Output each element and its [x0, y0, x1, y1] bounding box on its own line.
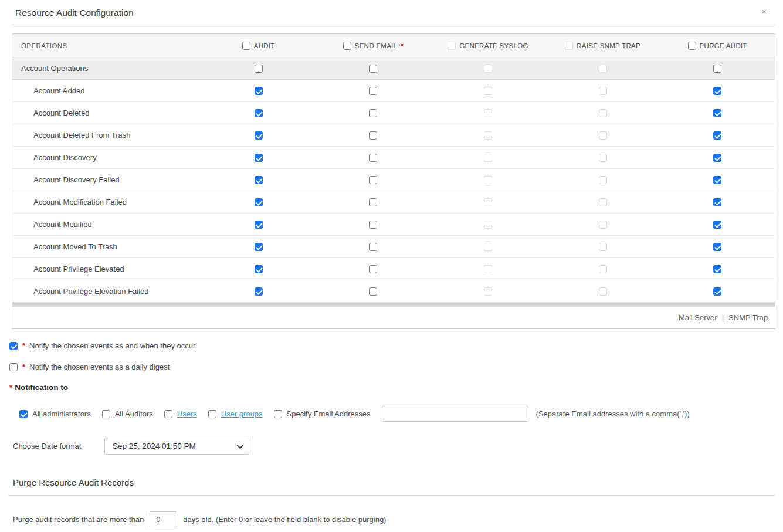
row-checkbox[interactable] [255, 65, 263, 73]
row-checkbox[interactable] [369, 176, 377, 184]
checkbox-cell [316, 265, 431, 273]
recipient-option[interactable]: User groups [208, 409, 263, 418]
date-format-select[interactable]: Sep 25, 2024 01:50 PM [104, 438, 249, 455]
checkbox-cell [316, 109, 431, 117]
row-checkbox[interactable] [369, 265, 377, 273]
notify-occur-label: Notify the chosen events as and when the… [29, 341, 195, 350]
row-checkbox[interactable] [599, 176, 607, 184]
column-select-all-checkbox[interactable] [448, 42, 456, 50]
checkbox-cell [316, 287, 431, 296]
row-checkbox[interactable] [484, 87, 492, 95]
row-checkbox[interactable] [255, 109, 263, 117]
recipient-checkbox[interactable] [208, 410, 216, 418]
row-checkbox[interactable] [484, 287, 492, 296]
row-checkbox[interactable] [599, 221, 607, 229]
column-select-all-checkbox[interactable] [688, 42, 696, 50]
column-operations-header: OPERATIONS [12, 42, 201, 49]
row-checkbox[interactable] [599, 287, 607, 296]
recipient-checkbox[interactable] [164, 410, 172, 418]
checkbox-cell [545, 287, 660, 296]
row-checkbox[interactable] [369, 243, 377, 251]
column-select-all-checkbox[interactable] [343, 42, 351, 50]
row-checkbox[interactable] [369, 287, 377, 296]
row-checkbox[interactable] [599, 265, 607, 273]
row-checkbox[interactable] [255, 221, 263, 229]
row-checkbox[interactable] [713, 176, 721, 184]
checkbox-cell [431, 243, 545, 251]
checkbox-cell [660, 109, 775, 117]
recipient-option[interactable]: All administrators [19, 409, 91, 418]
row-checkbox[interactable] [369, 109, 377, 117]
row-checkbox[interactable] [713, 287, 721, 296]
row-checkbox[interactable] [255, 287, 263, 296]
row-checkbox[interactable] [255, 87, 263, 95]
email-addresses-input[interactable] [382, 406, 528, 422]
checkbox-cell [201, 198, 316, 206]
notify-occur-row: * Notify the chosen events as and when t… [9, 341, 783, 350]
operation-label: Account Discovery [12, 153, 201, 162]
row-checkbox[interactable] [369, 131, 377, 140]
row-checkbox[interactable] [255, 154, 263, 162]
row-checkbox[interactable] [484, 243, 492, 251]
horizontal-scrollbar[interactable] [12, 303, 775, 307]
row-checkbox[interactable] [484, 221, 492, 229]
close-icon[interactable]: × [761, 7, 767, 16]
row-checkbox[interactable] [255, 265, 263, 273]
column-select-all-checkbox[interactable] [242, 42, 250, 50]
row-checkbox[interactable] [713, 154, 721, 162]
checkbox-cell [660, 265, 775, 273]
row-checkbox[interactable] [599, 198, 607, 206]
operation-label: Account Deleted From Trash [12, 131, 201, 140]
row-checkbox[interactable] [484, 109, 492, 117]
row-checkbox[interactable] [484, 154, 492, 162]
row-checkbox[interactable] [713, 87, 721, 95]
mail-server-link[interactable]: Mail Server [679, 313, 717, 322]
row-checkbox[interactable] [713, 265, 721, 273]
row-checkbox[interactable] [369, 87, 377, 95]
row-checkbox[interactable] [369, 198, 377, 206]
row-checkbox[interactable] [369, 154, 377, 162]
operation-label: Account Modification Failed [12, 198, 201, 206]
row-checkbox[interactable] [369, 221, 377, 229]
row-checkbox[interactable] [599, 243, 607, 251]
row-checkbox[interactable] [255, 198, 263, 206]
row-checkbox[interactable] [484, 65, 492, 73]
row-checkbox[interactable] [713, 109, 721, 117]
recipient-checkbox[interactable] [102, 410, 110, 418]
notify-digest-label: Notify the chosen events as a daily dige… [29, 362, 170, 371]
recipient-checkbox[interactable] [274, 410, 282, 418]
row-checkbox[interactable] [713, 131, 721, 140]
notify-occur-checkbox[interactable] [9, 342, 18, 350]
row-checkbox[interactable] [255, 243, 263, 251]
row-checkbox[interactable] [484, 176, 492, 184]
recipient-checkbox[interactable] [19, 410, 28, 418]
row-checkbox[interactable] [599, 87, 607, 95]
recipient-option[interactable]: Users [164, 409, 197, 418]
row-checkbox[interactable] [599, 131, 607, 140]
row-checkbox[interactable] [599, 65, 607, 73]
checkbox-cell [545, 198, 660, 206]
notify-digest-checkbox[interactable] [9, 363, 18, 371]
row-checkbox[interactable] [255, 176, 263, 184]
row-checkbox[interactable] [255, 131, 263, 140]
table-row: Account Privilege Elevation Failed [12, 280, 775, 303]
row-checkbox[interactable] [713, 221, 721, 229]
recipient-option[interactable]: Specify Email Addresses [274, 409, 371, 418]
row-checkbox[interactable] [369, 65, 377, 73]
row-checkbox[interactable] [484, 265, 492, 273]
recipient-option[interactable]: All Auditors [102, 409, 153, 418]
row-checkbox[interactable] [599, 154, 607, 162]
checkbox-cell [201, 265, 316, 273]
row-checkbox[interactable] [484, 131, 492, 140]
row-checkbox[interactable] [713, 198, 721, 206]
row-checkbox[interactable] [713, 243, 721, 251]
column-select-all-checkbox[interactable] [565, 42, 573, 50]
checkbox-cell [660, 131, 775, 140]
row-checkbox[interactable] [713, 65, 721, 73]
checkbox-cell [316, 221, 431, 229]
row-checkbox[interactable] [484, 198, 492, 206]
row-checkbox[interactable] [599, 109, 607, 117]
snmp-trap-link[interactable]: SNMP Trap [728, 313, 768, 322]
checkbox-cell [431, 287, 545, 296]
purge-days-input[interactable] [150, 511, 177, 527]
